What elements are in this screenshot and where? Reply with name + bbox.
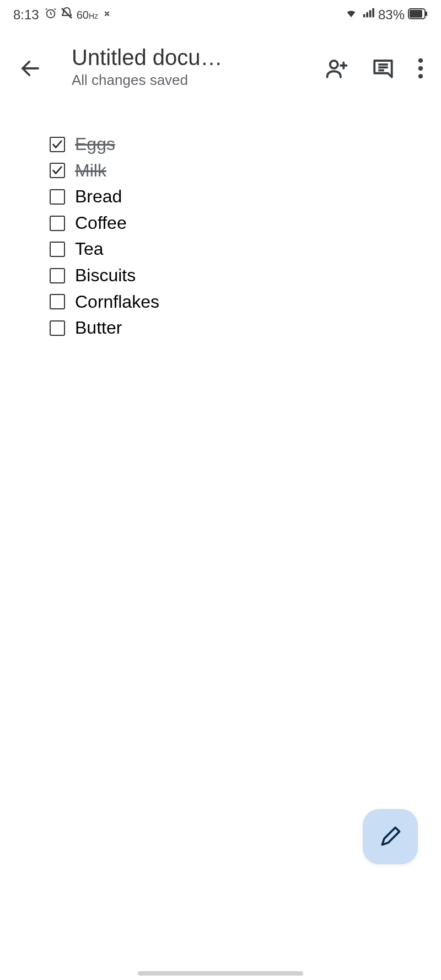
- save-status: All changes saved: [72, 72, 314, 89]
- alarm-icon: [45, 7, 57, 23]
- battery-icon: [408, 7, 428, 23]
- pencil-icon: [378, 824, 402, 849]
- svg-rect-2: [363, 14, 365, 18]
- list-item[interactable]: Eggs: [50, 133, 391, 156]
- checkbox[interactable]: [50, 242, 65, 257]
- status-left: 8:13 60Hz: [13, 7, 112, 23]
- document-title: Untitled docu…: [72, 44, 314, 71]
- checkbox[interactable]: [50, 163, 65, 178]
- list-item[interactable]: Biscuits: [50, 264, 391, 287]
- wifi-icon: [344, 7, 358, 23]
- checkbox[interactable]: [50, 320, 65, 336]
- list-item[interactable]: Tea: [50, 238, 391, 261]
- battery-percent: 83%: [378, 7, 405, 23]
- checkbox[interactable]: [50, 216, 65, 231]
- edit-fab[interactable]: [363, 809, 418, 864]
- list-item[interactable]: Coffee: [50, 212, 391, 235]
- svg-rect-5: [372, 8, 374, 18]
- svg-rect-3: [366, 12, 368, 17]
- list-item-label: Butter: [75, 317, 122, 340]
- list-item-label: Tea: [75, 238, 104, 261]
- svg-rect-8: [426, 12, 427, 16]
- svg-point-16: [418, 58, 423, 62]
- checkbox[interactable]: [50, 268, 65, 283]
- list-item[interactable]: Milk: [50, 159, 391, 183]
- app-bar: Untitled docu… All changes saved: [0, 28, 441, 100]
- comments-button[interactable]: [372, 57, 395, 80]
- svg-point-18: [418, 74, 423, 78]
- checkbox[interactable]: [50, 294, 65, 309]
- title-area[interactable]: Untitled docu… All changes saved: [55, 44, 314, 89]
- list-item[interactable]: Bread: [50, 185, 391, 208]
- svg-rect-7: [410, 10, 422, 18]
- list-item-label: Cornflakes: [75, 291, 159, 314]
- refresh-rate: 60Hz: [77, 9, 98, 22]
- more-vert-icon: [418, 58, 423, 79]
- back-button[interactable]: [17, 53, 44, 80]
- status-bar: 8:13 60Hz: [0, 0, 441, 28]
- svg-rect-4: [369, 10, 372, 18]
- list-item[interactable]: Cornflakes: [50, 291, 391, 314]
- notification-mute-icon: [60, 7, 73, 23]
- arrow-left-icon: [19, 57, 42, 80]
- list-item-label: Milk: [75, 159, 106, 183]
- checkbox[interactable]: [50, 137, 65, 152]
- person-add-icon: [325, 57, 348, 80]
- list-item-label: Eggs: [75, 133, 115, 156]
- list-item-label: Coffee: [75, 212, 127, 235]
- status-time: 8:13: [13, 7, 39, 23]
- document-body[interactable]: EggsMilkBreadCoffeeTeaBiscuitsCornflakes…: [0, 100, 441, 354]
- list-item-label: Biscuits: [75, 264, 136, 287]
- checkbox[interactable]: [50, 189, 65, 205]
- more-button[interactable]: [418, 58, 423, 79]
- svg-point-17: [418, 66, 423, 70]
- signal-icon: [362, 7, 375, 23]
- fan-icon: [101, 7, 112, 23]
- list-item-label: Bread: [75, 185, 122, 208]
- comment-icon: [372, 57, 395, 80]
- list-item[interactable]: Butter: [50, 317, 391, 340]
- nav-handle[interactable]: [138, 971, 303, 976]
- status-right: 83%: [344, 7, 428, 23]
- check-icon: [51, 164, 63, 176]
- check-icon: [51, 138, 63, 151]
- share-button[interactable]: [325, 57, 348, 80]
- svg-point-10: [330, 61, 338, 68]
